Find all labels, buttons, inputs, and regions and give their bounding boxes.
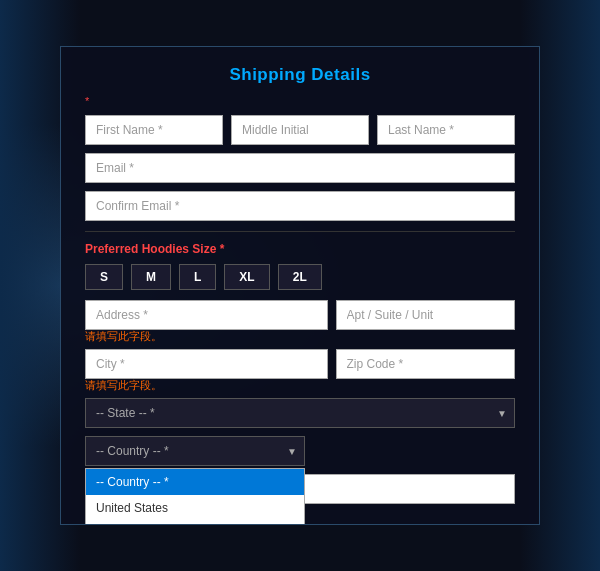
country-dropdown-us[interactable]: United States [86, 495, 304, 521]
address-row [85, 300, 515, 330]
email-row [85, 153, 515, 183]
state-select[interactable]: -- State -- * [85, 398, 515, 428]
size-btn-2l[interactable]: 2L [278, 264, 322, 290]
shipping-form-container: Shipping Details * Preferred Hoodies Siz… [60, 46, 540, 525]
required-field-label: * [85, 95, 515, 107]
size-btn-s[interactable]: S [85, 264, 123, 290]
country-area: -- Country -- * United States Canada -- … [85, 436, 515, 466]
size-btn-m[interactable]: M [131, 264, 171, 290]
country-dropdown-open: -- Country -- * United States Canada [85, 468, 305, 525]
size-buttons-row: S M L XL 2L [85, 264, 515, 290]
confirm-email-row [85, 191, 515, 221]
city-error: 请填写此字段。 [85, 378, 515, 393]
address-input[interactable] [85, 300, 328, 330]
address-error: 请填写此字段。 [85, 329, 515, 344]
size-btn-l[interactable]: L [179, 264, 216, 290]
hoodies-size-label: Preferred Hoodies Size * [85, 242, 515, 256]
state-select-wrapper: -- State -- * [85, 398, 515, 428]
country-dropdown-area: -- Country -- * United States Canada -- … [85, 436, 305, 466]
country-dropdown-ca[interactable]: Canada [86, 521, 304, 525]
middle-initial-input[interactable] [231, 115, 369, 145]
country-select[interactable]: -- Country -- * United States Canada [85, 436, 305, 466]
country-select-wrapper: -- Country -- * United States Canada [85, 436, 305, 466]
zip-input[interactable] [336, 349, 516, 379]
divider-1 [85, 231, 515, 232]
name-row [85, 115, 515, 145]
email-input[interactable] [85, 153, 515, 183]
country-dropdown-selected[interactable]: -- Country -- * [86, 469, 304, 495]
last-name-input[interactable] [377, 115, 515, 145]
city-zip-row [85, 349, 515, 379]
city-input[interactable] [85, 349, 328, 379]
form-title: Shipping Details [85, 65, 515, 85]
state-row: -- State -- * [85, 398, 515, 428]
confirm-email-input[interactable] [85, 191, 515, 221]
first-name-input[interactable] [85, 115, 223, 145]
apt-input[interactable] [336, 300, 516, 330]
size-btn-xl[interactable]: XL [224, 264, 269, 290]
